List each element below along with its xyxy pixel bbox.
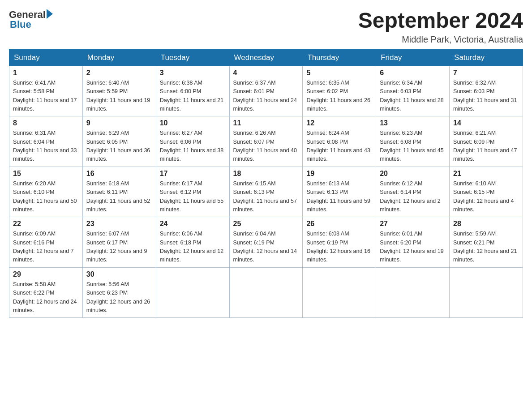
day-info: Sunrise: 6:10 AMSunset: 6:15 PMDaylight:… <box>453 180 519 214</box>
table-row: 4Sunrise: 6:37 AMSunset: 6:01 PMDaylight… <box>229 66 303 116</box>
day-info: Sunrise: 6:17 AMSunset: 6:12 PMDaylight:… <box>160 180 226 214</box>
day-number: 5 <box>306 69 372 77</box>
day-info: Sunrise: 6:38 AMSunset: 6:00 PMDaylight:… <box>160 79 226 114</box>
table-row: 9Sunrise: 6:29 AMSunset: 6:05 PMDaylight… <box>82 116 156 167</box>
calendar-table: Sunday Monday Tuesday Wednesday Thursday… <box>9 49 523 318</box>
table-row <box>156 267 229 318</box>
day-info: Sunrise: 6:26 AMSunset: 6:07 PMDaylight:… <box>233 129 299 164</box>
day-number: 15 <box>13 170 79 178</box>
day-info: Sunrise: 6:18 AMSunset: 6:11 PMDaylight:… <box>86 180 152 214</box>
calendar-week-row: 22Sunrise: 6:09 AMSunset: 6:16 PMDayligh… <box>9 217 523 268</box>
header-thursday: Thursday <box>303 49 376 66</box>
day-number: 21 <box>453 170 519 178</box>
day-number: 14 <box>453 119 519 127</box>
day-number: 11 <box>233 119 299 127</box>
header-tuesday: Tuesday <box>156 49 229 66</box>
calendar-week-row: 15Sunrise: 6:20 AMSunset: 6:10 PMDayligh… <box>9 167 523 217</box>
header-monday: Monday <box>82 49 156 66</box>
day-number: 19 <box>306 170 372 178</box>
day-info: Sunrise: 6:15 AMSunset: 6:13 PMDaylight:… <box>233 180 299 214</box>
day-info: Sunrise: 6:06 AMSunset: 6:18 PMDaylight:… <box>160 230 226 265</box>
day-info: Sunrise: 6:41 AMSunset: 5:58 PMDaylight:… <box>13 79 79 114</box>
day-info: Sunrise: 6:04 AMSunset: 6:19 PMDaylight:… <box>233 230 299 265</box>
table-row <box>229 267 303 318</box>
day-number: 23 <box>86 220 152 228</box>
header-saturday: Saturday <box>450 49 523 66</box>
day-info: Sunrise: 6:13 AMSunset: 6:13 PMDaylight:… <box>306 180 372 214</box>
day-number: 30 <box>86 270 152 278</box>
day-number: 29 <box>13 270 79 278</box>
day-info: Sunrise: 6:34 AMSunset: 6:03 PMDaylight:… <box>380 79 446 114</box>
day-info: Sunrise: 6:01 AMSunset: 6:20 PMDaylight:… <box>380 230 446 265</box>
header-wednesday: Wednesday <box>229 49 303 66</box>
table-row: 13Sunrise: 6:23 AMSunset: 6:08 PMDayligh… <box>376 116 450 167</box>
day-number: 2 <box>86 69 152 77</box>
day-info: Sunrise: 6:29 AMSunset: 6:05 PMDaylight:… <box>86 129 152 164</box>
day-number: 17 <box>160 170 226 178</box>
logo: General Blue <box>9 9 53 30</box>
table-row: 22Sunrise: 6:09 AMSunset: 6:16 PMDayligh… <box>9 217 83 268</box>
day-info: Sunrise: 6:07 AMSunset: 6:17 PMDaylight:… <box>86 230 152 265</box>
day-info: Sunrise: 5:58 AMSunset: 6:22 PMDaylight:… <box>13 280 79 315</box>
table-row: 30Sunrise: 5:56 AMSunset: 6:23 PMDayligh… <box>82 267 156 318</box>
day-number: 18 <box>233 170 299 178</box>
header-friday: Friday <box>376 49 450 66</box>
day-number: 27 <box>380 220 446 228</box>
day-info: Sunrise: 6:03 AMSunset: 6:19 PMDaylight:… <box>306 230 372 265</box>
table-row: 25Sunrise: 6:04 AMSunset: 6:19 PMDayligh… <box>229 217 303 268</box>
table-row: 27Sunrise: 6:01 AMSunset: 6:20 PMDayligh… <box>376 217 450 268</box>
table-row: 11Sunrise: 6:26 AMSunset: 6:07 PMDayligh… <box>229 116 303 167</box>
table-row <box>376 267 450 318</box>
table-row: 2Sunrise: 6:40 AMSunset: 5:59 PMDaylight… <box>82 66 156 116</box>
table-row: 14Sunrise: 6:21 AMSunset: 6:09 PMDayligh… <box>450 116 523 167</box>
day-number: 12 <box>306 119 372 127</box>
location-text: Middle Park, Victoria, Australia <box>358 34 523 45</box>
day-number: 1 <box>13 69 79 77</box>
table-row: 3Sunrise: 6:38 AMSunset: 6:00 PMDaylight… <box>156 66 229 116</box>
day-number: 6 <box>380 69 446 77</box>
table-row <box>303 267 376 318</box>
day-number: 20 <box>380 170 446 178</box>
day-info: Sunrise: 5:56 AMSunset: 6:23 PMDaylight:… <box>86 280 152 315</box>
table-row: 18Sunrise: 6:15 AMSunset: 6:13 PMDayligh… <box>229 167 303 217</box>
day-info: Sunrise: 6:40 AMSunset: 5:59 PMDaylight:… <box>86 79 152 114</box>
table-row: 5Sunrise: 6:35 AMSunset: 6:02 PMDaylight… <box>303 66 376 116</box>
table-row <box>450 267 523 318</box>
calendar-header-row: Sunday Monday Tuesday Wednesday Thursday… <box>9 49 523 66</box>
table-row: 16Sunrise: 6:18 AMSunset: 6:11 PMDayligh… <box>82 167 156 217</box>
table-row: 29Sunrise: 5:58 AMSunset: 6:22 PMDayligh… <box>9 267 83 318</box>
day-info: Sunrise: 5:59 AMSunset: 6:21 PMDaylight:… <box>453 230 519 265</box>
month-title: September 2024 <box>358 9 523 33</box>
table-row: 8Sunrise: 6:31 AMSunset: 6:04 PMDaylight… <box>9 116 83 167</box>
table-row: 1Sunrise: 6:41 AMSunset: 5:58 PMDaylight… <box>9 66 83 116</box>
day-info: Sunrise: 6:31 AMSunset: 6:04 PMDaylight:… <box>13 129 79 164</box>
day-number: 4 <box>233 69 299 77</box>
day-info: Sunrise: 6:32 AMSunset: 6:03 PMDaylight:… <box>453 79 519 114</box>
day-info: Sunrise: 6:35 AMSunset: 6:02 PMDaylight:… <box>306 79 372 114</box>
table-row: 10Sunrise: 6:27 AMSunset: 6:06 PMDayligh… <box>156 116 229 167</box>
table-row: 15Sunrise: 6:20 AMSunset: 6:10 PMDayligh… <box>9 167 83 217</box>
logo-blue-text: Blue <box>10 19 31 30</box>
day-info: Sunrise: 6:21 AMSunset: 6:09 PMDaylight:… <box>453 129 519 164</box>
table-row: 24Sunrise: 6:06 AMSunset: 6:18 PMDayligh… <box>156 217 229 268</box>
day-number: 28 <box>453 220 519 228</box>
day-info: Sunrise: 6:27 AMSunset: 6:06 PMDaylight:… <box>160 129 226 164</box>
day-number: 10 <box>160 119 226 127</box>
table-row: 6Sunrise: 6:34 AMSunset: 6:03 PMDaylight… <box>376 66 450 116</box>
day-number: 3 <box>160 69 226 77</box>
calendar-week-row: 1Sunrise: 6:41 AMSunset: 5:58 PMDaylight… <box>9 66 523 116</box>
calendar-week-row: 8Sunrise: 6:31 AMSunset: 6:04 PMDaylight… <box>9 116 523 167</box>
day-number: 22 <box>13 220 79 228</box>
day-info: Sunrise: 6:37 AMSunset: 6:01 PMDaylight:… <box>233 79 299 114</box>
table-row: 20Sunrise: 6:12 AMSunset: 6:14 PMDayligh… <box>376 167 450 217</box>
day-number: 16 <box>86 170 152 178</box>
day-number: 26 <box>306 220 372 228</box>
page-header: General Blue September 2024 Middle Park,… <box>9 9 523 45</box>
day-number: 13 <box>380 119 446 127</box>
table-row: 12Sunrise: 6:24 AMSunset: 6:08 PMDayligh… <box>303 116 376 167</box>
header-sunday: Sunday <box>9 49 83 66</box>
day-number: 7 <box>453 69 519 77</box>
logo-arrow-icon <box>47 9 53 19</box>
day-number: 9 <box>86 119 152 127</box>
table-row: 26Sunrise: 6:03 AMSunset: 6:19 PMDayligh… <box>303 217 376 268</box>
